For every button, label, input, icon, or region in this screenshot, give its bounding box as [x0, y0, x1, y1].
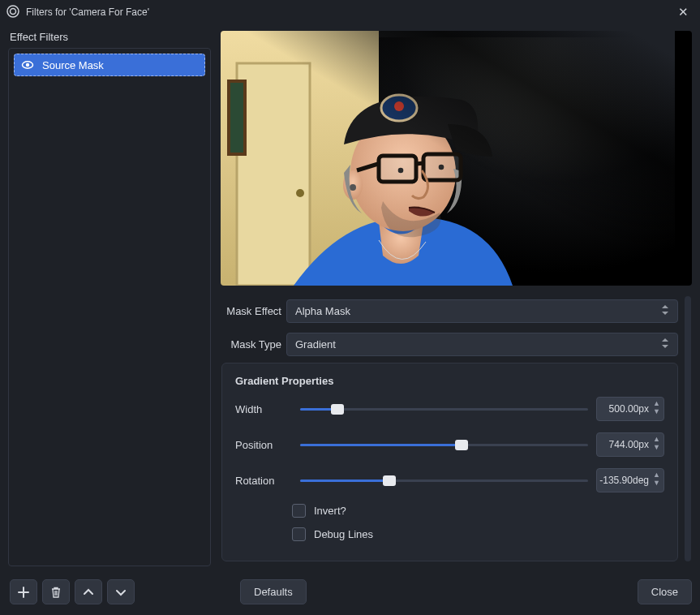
svg-point-0: [7, 6, 19, 17]
width-thumb[interactable]: [331, 404, 344, 415]
rotation-value-input[interactable]: -135.90deg ▲▼: [596, 468, 664, 492]
sidebar-heading: Effect Filters: [8, 31, 211, 43]
width-value-input[interactable]: 500.00px ▲▼: [596, 397, 664, 421]
filter-list[interactable]: Source Mask: [8, 48, 211, 566]
width-label: Width: [235, 403, 292, 415]
position-slider[interactable]: [300, 437, 588, 452]
spinner-icon[interactable]: ▲▼: [653, 435, 660, 451]
mask-type-label: Mask Type: [221, 338, 281, 351]
move-down-button[interactable]: [107, 579, 135, 604]
row-width: Width 500.00px ▲▼: [235, 397, 664, 421]
scrollbar[interactable]: [685, 296, 691, 561]
invert-label: Invert?: [314, 505, 346, 517]
invert-checkbox[interactable]: Invert?: [292, 504, 664, 518]
position-thumb[interactable]: [455, 440, 468, 450]
svg-point-3: [26, 63, 29, 67]
position-fill: [300, 444, 462, 446]
right-column: Mask Effect Alpha Mask Mask Type Gradien…: [221, 31, 692, 566]
updown-icon: [661, 338, 669, 351]
updown-icon: [661, 304, 669, 318]
row-position: Position 744.00px ▲▼: [235, 432, 664, 457]
chevron-down-icon: [116, 587, 126, 597]
gradient-panel-title: Gradient Properties: [235, 375, 664, 387]
rotation-value: -135.90deg: [599, 475, 649, 486]
window-title: Filters for 'Camera For Face': [26, 6, 673, 18]
sidebar: Effect Filters Source Mask: [8, 31, 211, 566]
rotation-label: Rotation: [235, 475, 292, 487]
preview-area: [221, 31, 692, 286]
checkbox-icon: [292, 527, 306, 541]
spinner-icon[interactable]: ▲▼: [653, 471, 660, 487]
chevron-up-icon: [84, 587, 93, 597]
gradient-properties-panel: Gradient Properties Width 500.00px ▲▼: [221, 363, 678, 561]
debug-lines-label: Debug Lines: [314, 528, 373, 540]
rotation-slider[interactable]: [300, 473, 588, 488]
svg-point-1: [11, 8, 16, 14]
move-up-button[interactable]: [75, 579, 102, 604]
trash-icon: [50, 587, 62, 598]
rotation-thumb[interactable]: [383, 475, 396, 486]
debug-lines-checkbox[interactable]: Debug Lines: [292, 527, 664, 541]
width-slider[interactable]: [300, 402, 588, 416]
content-area: Effect Filters Source Mask: [0, 24, 700, 566]
plus-icon: [18, 587, 29, 598]
mask-type-value: Gradient: [295, 338, 336, 351]
preview-image: [221, 31, 675, 286]
position-label: Position: [235, 439, 292, 451]
svg-rect-21: [221, 31, 675, 286]
mask-effect-value: Alpha Mask: [295, 305, 350, 317]
row-mask-type: Mask Type Gradient: [221, 329, 678, 359]
obs-logo-icon: [6, 5, 19, 20]
eye-icon: [21, 58, 34, 71]
mask-effect-label: Mask Effect: [221, 305, 281, 317]
delete-filter-button[interactable]: [42, 579, 70, 604]
rotation-fill: [300, 480, 389, 482]
row-rotation: Rotation -135.90deg ▲▼: [235, 468, 664, 492]
position-value-input[interactable]: 744.00px ▲▼: [596, 432, 664, 457]
position-value: 744.00px: [609, 439, 649, 450]
width-value: 500.00px: [609, 403, 649, 415]
filter-item-source-mask[interactable]: Source Mask: [14, 54, 205, 76]
titlebar: Filters for 'Camera For Face' ✕: [0, 0, 700, 24]
spinner-icon[interactable]: ▲▼: [653, 399, 660, 415]
mask-type-select[interactable]: Gradient: [286, 333, 678, 356]
close-button[interactable]: Close: [638, 579, 692, 604]
add-filter-button[interactable]: [10, 579, 37, 604]
row-mask-effect: Mask Effect Alpha Mask: [221, 296, 678, 326]
filter-item-label: Source Mask: [42, 59, 104, 71]
properties-panel: Mask Effect Alpha Mask Mask Type Gradien…: [221, 295, 692, 562]
close-icon[interactable]: ✕: [673, 2, 694, 23]
defaults-button[interactable]: Defaults: [240, 579, 307, 604]
bottom-bar: Defaults Close: [0, 571, 700, 613]
mask-effect-select[interactable]: Alpha Mask: [286, 299, 678, 323]
checkbox-icon: [292, 504, 306, 518]
